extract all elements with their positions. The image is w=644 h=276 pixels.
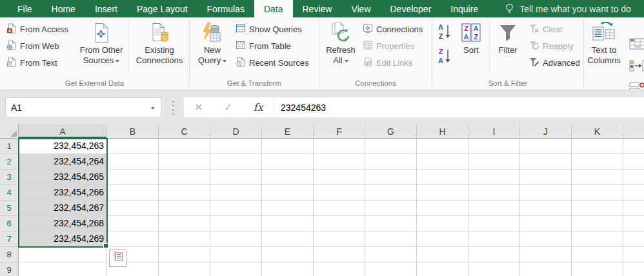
- cell-G3[interactable]: [365, 170, 417, 185]
- enter-icon[interactable]: ✓: [224, 101, 232, 113]
- from-other-sources-button[interactable]: From Other Sources: [75, 17, 127, 66]
- cell-partial-9[interactable]: [623, 262, 644, 276]
- cell-B6[interactable]: [107, 216, 159, 232]
- row-header-2[interactable]: 2: [0, 154, 19, 170]
- cell-B5[interactable]: [107, 201, 159, 216]
- cell-E2[interactable]: [262, 154, 314, 170]
- cell-A8[interactable]: [19, 247, 107, 262]
- cell-J8[interactable]: [520, 247, 572, 262]
- cell-K2[interactable]: [572, 154, 623, 170]
- text-to-columns-button[interactable]: Text to Columns: [585, 17, 623, 66]
- auto-fill-options-button[interactable]: [109, 250, 126, 267]
- cell-I3[interactable]: [468, 170, 520, 185]
- show-queries-button[interactable]: Show Queries: [232, 21, 312, 37]
- cell-I9[interactable]: [468, 262, 520, 276]
- existing-connections-button[interactable]: Existing Connections: [130, 17, 188, 66]
- cell-I4[interactable]: [468, 185, 520, 201]
- cell-K6[interactable]: [572, 216, 623, 232]
- cell-A6[interactable]: 232,454,268: [19, 216, 107, 232]
- cell-G8[interactable]: [365, 247, 417, 262]
- sort-descending-button[interactable]: ZA: [435, 46, 454, 66]
- column-header-J[interactable]: J: [520, 124, 572, 139]
- formula-input[interactable]: 232454263: [274, 97, 644, 117]
- formula-bar-resize-handle[interactable]: [170, 99, 176, 116]
- cell-C6[interactable]: [159, 216, 210, 232]
- cell-B7[interactable]: [107, 232, 159, 247]
- cell-K8[interactable]: [572, 247, 623, 262]
- tab-insert[interactable]: Insert: [85, 0, 127, 17]
- cell-G9[interactable]: [365, 262, 417, 276]
- cell-I8[interactable]: [468, 247, 520, 262]
- cell-K3[interactable]: [572, 170, 623, 185]
- filter-button[interactable]: Filter: [491, 17, 525, 55]
- tab-home[interactable]: Home: [42, 0, 85, 17]
- cell-H9[interactable]: [417, 262, 468, 276]
- cell-I6[interactable]: [468, 216, 520, 232]
- cell-E7[interactable]: [262, 232, 314, 247]
- column-header-partial[interactable]: [623, 124, 644, 139]
- tab-inquire[interactable]: Inquire: [441, 0, 488, 17]
- cell-A5[interactable]: 232,454,267: [19, 201, 107, 216]
- cell-B4[interactable]: [107, 185, 159, 201]
- cell-A4[interactable]: 232,454,266: [19, 185, 107, 201]
- cell-J4[interactable]: [520, 185, 572, 201]
- cell-H1[interactable]: [417, 139, 468, 154]
- cell-H7[interactable]: [417, 232, 468, 247]
- row-header-5[interactable]: 5: [0, 201, 19, 216]
- cell-E9[interactable]: [262, 262, 314, 276]
- clear-filter-button[interactable]: Clear: [526, 21, 583, 37]
- cell-D3[interactable]: [210, 170, 262, 185]
- name-box-dropdown-icon[interactable]: [151, 107, 155, 110]
- row-header-6[interactable]: 6: [0, 216, 19, 232]
- cell-E8[interactable]: [262, 247, 314, 262]
- tab-formulas[interactable]: Formulas: [197, 0, 254, 17]
- cell-F5[interactable]: [314, 201, 365, 216]
- cell-partial-1[interactable]: [623, 139, 644, 154]
- cell-G2[interactable]: [365, 154, 417, 170]
- cell-A9[interactable]: [19, 262, 107, 276]
- cell-H2[interactable]: [417, 154, 468, 170]
- cell-F6[interactable]: [314, 216, 365, 232]
- flash-fill-icon[interactable]: [629, 38, 644, 52]
- cell-E5[interactable]: [262, 201, 314, 216]
- cell-B1[interactable]: [107, 139, 159, 154]
- cell-F7[interactable]: [314, 232, 365, 247]
- cell-D9[interactable]: [210, 262, 262, 276]
- cell-J3[interactable]: [520, 170, 572, 185]
- cell-D6[interactable]: [210, 216, 262, 232]
- cell-G1[interactable]: [365, 139, 417, 154]
- cell-B2[interactable]: [107, 154, 159, 170]
- column-header-B[interactable]: B: [107, 124, 159, 139]
- cell-K4[interactable]: [572, 185, 623, 201]
- cell-D5[interactable]: [210, 201, 262, 216]
- cell-C4[interactable]: [159, 185, 210, 201]
- cell-K1[interactable]: [572, 139, 623, 154]
- cell-E1[interactable]: [262, 139, 314, 154]
- sort-ascending-button[interactable]: AZ: [435, 21, 454, 42]
- cell-J1[interactable]: [520, 139, 572, 154]
- cancel-icon[interactable]: ✕: [194, 101, 203, 113]
- cell-F2[interactable]: [314, 154, 365, 170]
- column-header-K[interactable]: K: [572, 124, 623, 139]
- cell-A2[interactable]: 232,454,264: [19, 154, 107, 170]
- cell-C8[interactable]: [159, 247, 210, 262]
- column-header-H[interactable]: H: [417, 124, 468, 139]
- recent-sources-button[interactable]: Recent Sources: [232, 54, 312, 71]
- cell-E6[interactable]: [262, 216, 314, 232]
- row-header-1[interactable]: 1: [0, 139, 19, 154]
- cell-J9[interactable]: [520, 262, 572, 276]
- row-header-8[interactable]: 8: [0, 247, 19, 262]
- tab-developer[interactable]: Developer: [381, 0, 441, 17]
- edit-links-button[interactable]: Edit Links: [359, 54, 426, 71]
- connections-button[interactable]: Connections: [359, 21, 426, 37]
- column-header-E[interactable]: E: [262, 124, 314, 139]
- column-header-C[interactable]: C: [159, 124, 210, 139]
- from-table-button[interactable]: From Table: [232, 37, 312, 54]
- tab-review[interactable]: Review: [293, 0, 342, 17]
- tab-view[interactable]: View: [341, 0, 380, 17]
- tab-page-layout[interactable]: Page Layout: [127, 0, 197, 17]
- cell-F4[interactable]: [314, 185, 365, 201]
- cell-E4[interactable]: [262, 185, 314, 201]
- cell-I5[interactable]: [468, 201, 520, 216]
- column-header-F[interactable]: F: [314, 124, 365, 139]
